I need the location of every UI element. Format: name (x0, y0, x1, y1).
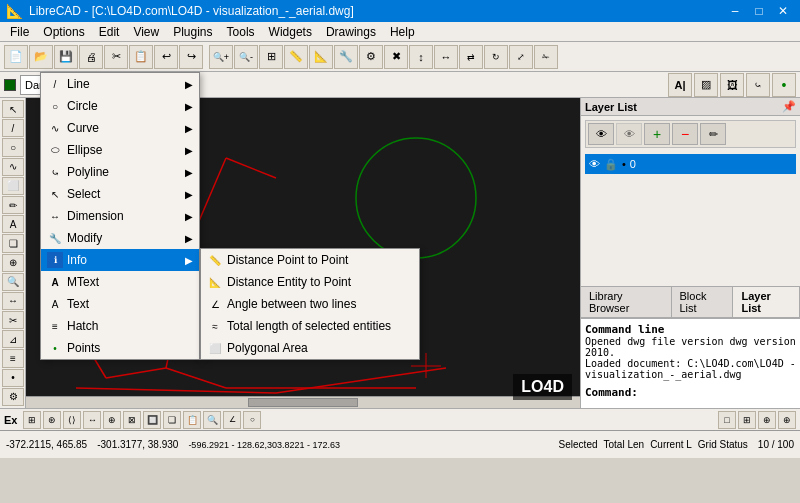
add-layer-button[interactable]: + (644, 123, 670, 145)
line-tool[interactable]: / (2, 119, 24, 137)
layer-color-indicator: Dark Green (4, 75, 110, 95)
zoom-plus2[interactable]: ⊕ (778, 411, 796, 429)
svg-line-2 (86, 118, 196, 228)
save-button[interactable]: 💾 (54, 45, 78, 69)
rotate-button[interactable]: ↻ (484, 45, 508, 69)
cut-button[interactable]: ✂ (104, 45, 128, 69)
coords-2: -301.3177, 38.930 (97, 439, 178, 450)
command-label-text: Command line (585, 323, 796, 336)
trim-tool[interactable]: ✂ (2, 311, 24, 329)
hatch-tool[interactable]: ❏ (2, 234, 24, 252)
flip-v-button[interactable]: ↕ (409, 45, 433, 69)
zoom-tool[interactable]: 🔍 (2, 273, 24, 291)
angle-tool[interactable]: ⊿ (2, 330, 24, 348)
scale-button[interactable]: ⤢ (509, 45, 533, 69)
tab-block-list[interactable]: Block List (672, 287, 734, 317)
svg-line-8 (226, 158, 276, 178)
snap-lines[interactable]: ↔ (83, 411, 101, 429)
snap-angle[interactable]: ∠ (223, 411, 241, 429)
snap-center[interactable]: ❏ (163, 411, 181, 429)
settings-button[interactable]: ⚙ (359, 45, 383, 69)
close-drawing-button[interactable]: ✖ (384, 45, 408, 69)
hide-all-layers-button[interactable]: 👁 (616, 123, 642, 145)
settings-tool[interactable]: ⚙ (2, 388, 24, 406)
hatch-tool-button[interactable]: ▨ (694, 73, 718, 97)
rect-tool[interactable]: ⬜ (2, 177, 24, 195)
command-line-2: Loaded document: C:\LO4D.com\LO4D - (585, 358, 796, 369)
measure-button[interactable]: 📏 (284, 45, 308, 69)
zoom-out-button[interactable]: 🔍- (234, 45, 258, 69)
menu-tools[interactable]: Tools (221, 23, 261, 41)
text-tool-button[interactable]: A| (668, 73, 692, 97)
snap-polar[interactable]: ⟨⟩ (63, 411, 81, 429)
point-tool[interactable]: • (2, 369, 24, 387)
layer-name-cell: 0 (630, 158, 636, 170)
menu-edit[interactable]: Edit (93, 23, 126, 41)
snap-tangent[interactable]: 📋 (183, 411, 201, 429)
command-line-3: visualization_-_aerial.dwg (585, 369, 796, 380)
close-button[interactable]: ✕ (772, 2, 794, 20)
menu-plugins[interactable]: Plugins (167, 23, 218, 41)
redo-button[interactable]: ↪ (179, 45, 203, 69)
command-prompt-label: Command: (585, 386, 796, 399)
h-scrollbar[interactable] (26, 396, 580, 408)
polyline-button2[interactable]: ⤿ (746, 73, 770, 97)
open-button[interactable]: 📂 (29, 45, 53, 69)
mirror-button[interactable]: ⇄ (459, 45, 483, 69)
image-button[interactable]: 🖼 (720, 73, 744, 97)
snap-perp[interactable]: 🔍 (203, 411, 221, 429)
select-tool[interactable]: ↖ (2, 100, 24, 118)
bottom-toolbar: Ex ⊞ ⊛ ⟨⟩ ↔ ⊕ ⊠ 🔲 ❏ 📋 🔍 ∠ ○ □ ⊞ ⊕ ⊕ (0, 408, 800, 430)
text-tool[interactable]: A (2, 215, 24, 233)
dimension-tool[interactable]: ≡ (2, 349, 24, 367)
menu-view[interactable]: View (127, 23, 165, 41)
page-info: 10 / 100 (758, 439, 794, 450)
right-panel-title: Layer List (585, 101, 637, 113)
menu-file[interactable]: File (4, 23, 35, 41)
zoom-fit-button[interactable]: ⊞ (259, 45, 283, 69)
tab-library-browser[interactable]: Library Browser (581, 287, 672, 317)
layer-name-select[interactable]: Dark Green (20, 75, 110, 95)
menu-help[interactable]: Help (384, 23, 421, 41)
print-button[interactable]: 🖨 (79, 45, 103, 69)
edit-layer-button[interactable]: ✏ (700, 123, 726, 145)
menu-drawings[interactable]: Drawings (320, 23, 382, 41)
menu-options[interactable]: Options (37, 23, 90, 41)
canvas-area[interactable]: LO4D (26, 98, 580, 408)
new-button[interactable]: 📄 (4, 45, 28, 69)
pencil-tool[interactable]: ✏ (2, 196, 24, 214)
curve-tool[interactable]: ∿ (2, 158, 24, 176)
trim-button[interactable]: ✁ (534, 45, 558, 69)
view-single[interactable]: □ (718, 411, 736, 429)
snap-end[interactable]: 🔲 (143, 411, 161, 429)
remove-layer-button[interactable]: − (672, 123, 698, 145)
right-panel-pin[interactable]: 📌 (782, 100, 796, 113)
total-len: Total Len (604, 439, 645, 450)
dot-button[interactable]: • (772, 73, 796, 97)
snap-free[interactable]: ○ (243, 411, 261, 429)
snap-ortho[interactable]: ⊛ (43, 411, 61, 429)
line-type-select[interactable]: By Layer (114, 75, 194, 95)
minimize-button[interactable]: – (724, 2, 746, 20)
snap-button[interactable]: 🔧 (334, 45, 358, 69)
circle-tool[interactable]: ○ (2, 138, 24, 156)
tab-layer-list[interactable]: Layer List (733, 287, 800, 317)
maximize-button[interactable]: □ (748, 2, 770, 20)
snap-grid-tool[interactable]: ⊕ (2, 254, 24, 272)
flip-h-button[interactable]: ↔ (434, 45, 458, 69)
snap-node[interactable]: ⊕ (103, 411, 121, 429)
pan-tool[interactable]: ↔ (2, 292, 24, 310)
menu-widgets[interactable]: Widgets (263, 23, 318, 41)
snap-grid-bottom[interactable]: ⊞ (23, 411, 41, 429)
view-grid-4[interactable]: ⊞ (738, 411, 756, 429)
copy-button[interactable]: 📋 (129, 45, 153, 69)
h-scroll-thumb[interactable] (248, 398, 359, 407)
layer-lock-icon: 🔒 (604, 158, 618, 171)
undo-button[interactable]: ↩ (154, 45, 178, 69)
layer-row-0[interactable]: 👁 🔒 • 0 (585, 154, 796, 174)
zoom-plus[interactable]: ⊕ (758, 411, 776, 429)
angle-button[interactable]: 📐 (309, 45, 333, 69)
show-all-layers-button[interactable]: 👁 (588, 123, 614, 145)
zoom-in-button[interactable]: 🔍+ (209, 45, 233, 69)
snap-mid[interactable]: ⊠ (123, 411, 141, 429)
